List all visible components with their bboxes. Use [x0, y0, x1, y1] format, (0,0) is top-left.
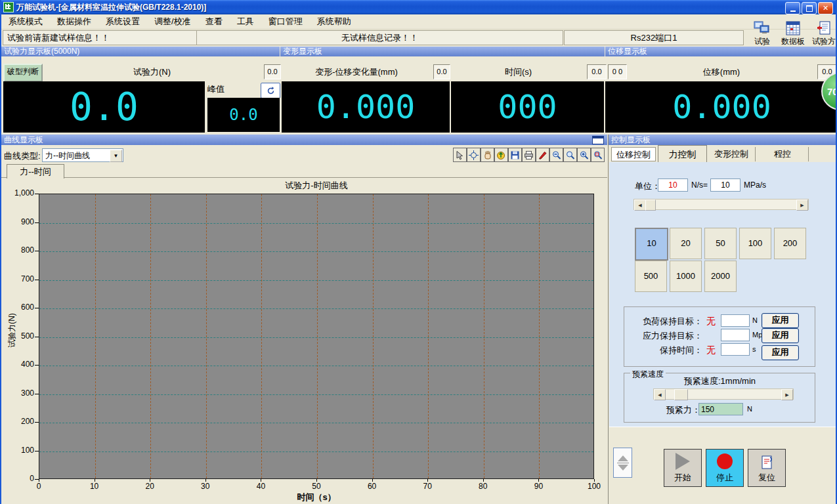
cursor-tool-button[interactable]	[453, 148, 467, 162]
preload-force-input[interactable]	[698, 403, 743, 415]
menu-window-manage[interactable]: 窗口管理	[261, 14, 310, 29]
speed-button-500[interactable]: 500	[635, 261, 667, 292]
menu-data-operation[interactable]: 数据操作	[50, 14, 98, 29]
print-tool-button[interactable]	[522, 148, 536, 162]
hold-time-label: 保持时间：	[630, 345, 702, 356]
rate-scrollbar[interactable]: ◀ ▶	[633, 199, 809, 210]
speed-button-20[interactable]: 20	[670, 228, 702, 259]
y-tick-mark	[35, 308, 39, 308]
reset-button[interactable]: 复位	[748, 449, 786, 487]
rate-equals-label: N/s=	[691, 180, 708, 190]
hold-time-apply-button[interactable]: 应用	[762, 345, 799, 360]
menu-tools[interactable]: 工具	[230, 14, 261, 29]
scroll-left-icon[interactable]: ◀	[654, 389, 666, 400]
x-tick-mark	[205, 479, 206, 482]
control-tab-strip: 位移控制 力控制 变形控制 程控	[609, 145, 837, 162]
curve-panel-title: 曲线显示板	[4, 135, 43, 144]
chevron-down-icon[interactable]: ▼	[110, 150, 122, 162]
preload-speed-caption: 预紧速度:1mm/min	[684, 375, 756, 387]
peak-refresh-button[interactable]	[261, 83, 280, 98]
scroll-right-icon[interactable]: ▶	[796, 200, 808, 211]
toolbar-databoard-button[interactable]: 数据板	[779, 20, 807, 47]
x-tick-label: 80	[473, 482, 493, 491]
hold-time-input[interactable]	[721, 343, 750, 356]
tab-program-control[interactable]: 程控	[757, 147, 809, 161]
preload-force-unit: N	[747, 405, 752, 413]
v-gridline	[484, 194, 484, 478]
stress-hold-apply-button[interactable]: 应用	[762, 328, 799, 343]
v-gridline	[150, 194, 151, 478]
chart-toolbar	[453, 148, 605, 162]
crosshair-icon	[469, 150, 479, 160]
tab-force-time-curve[interactable]: 力--时间	[7, 164, 64, 178]
x-tick-mark	[427, 479, 428, 482]
specimen-hint-box: 试验前请新建试样信息！！	[3, 30, 200, 45]
peak-label: 峰值	[207, 83, 225, 95]
load-hold-apply-button[interactable]: 应用	[762, 313, 799, 328]
zoom-out-tool-button[interactable]	[549, 148, 563, 162]
menu-system-settings[interactable]: 系统设置	[98, 14, 147, 29]
load-hold-flag: 无	[706, 316, 716, 327]
export-tool-button[interactable]	[494, 148, 508, 162]
pan-tool-button[interactable]	[481, 148, 494, 162]
restore-button[interactable]	[802, 2, 817, 14]
tab-displacement-control[interactable]: 位移控制	[611, 147, 656, 161]
tab-force-control[interactable]: 力控制	[658, 145, 707, 163]
stop-button[interactable]: 停止	[706, 449, 744, 487]
scroll-right-icon[interactable]: ▶	[781, 389, 793, 400]
crosshead-jog-button[interactable]	[613, 448, 632, 478]
time-aux-value: 0.0	[587, 64, 607, 79]
minimize-button[interactable]	[785, 2, 800, 14]
chart-plot-area[interactable]	[39, 194, 594, 479]
rate-scrollbar-thumb[interactable]	[645, 200, 656, 211]
curve-type-select[interactable]: 力--时间曲线 ▼	[42, 148, 123, 162]
close-button[interactable]: ✕	[818, 2, 833, 14]
zoom-reset-tool-button[interactable]	[591, 148, 605, 162]
speed-button-10[interactable]: 10	[635, 228, 668, 261]
speed-button-100[interactable]: 100	[739, 228, 771, 259]
arrow-up-icon	[618, 455, 628, 461]
preload-scrollbar[interactable]: ◀ ▶	[653, 388, 794, 400]
x-tick-label: 0	[29, 482, 49, 491]
menu-system-mode[interactable]: 系统模式	[1, 14, 50, 29]
menu-system-help[interactable]: 系统帮助	[310, 14, 358, 29]
load-hold-input[interactable]	[721, 314, 750, 327]
x-tick-mark	[594, 479, 595, 482]
speed-button-2000[interactable]: 2000	[704, 261, 737, 292]
save-tool-button[interactable]	[508, 148, 522, 162]
start-button[interactable]: 开始	[664, 449, 702, 487]
deform-aux-value: 0.0	[433, 64, 450, 79]
tab-deform-control[interactable]: 变形控制	[708, 147, 756, 161]
rate-mpa-input[interactable]	[710, 178, 740, 192]
speed-button-200[interactable]: 200	[774, 228, 806, 259]
y-tick-mark	[35, 222, 39, 223]
rate-n-input[interactable]	[658, 178, 688, 192]
magnifier-icon	[565, 150, 575, 160]
panel-restore-icon[interactable]	[592, 136, 604, 144]
minimize-icon	[790, 10, 796, 12]
panel-divider	[608, 135, 609, 504]
force-label: 试验力(N)	[42, 66, 262, 78]
menu-view[interactable]: 查看	[198, 14, 230, 29]
crosshair-tool-button[interactable]	[467, 148, 481, 162]
scroll-left-icon[interactable]: ◀	[634, 200, 646, 211]
zoom-tool-button[interactable]	[563, 148, 577, 162]
zoom-in-tool-button[interactable]	[577, 148, 591, 162]
y-tick-mark	[35, 194, 39, 194]
menu-adjust-calibrate[interactable]: 调整/校准	[147, 14, 198, 29]
close-icon: ✕	[823, 5, 828, 12]
restore-icon	[806, 5, 813, 12]
speed-button-50[interactable]: 50	[704, 228, 737, 259]
break-judge-button[interactable]: 破型判断	[3, 64, 43, 82]
x-tick-mark	[316, 479, 317, 482]
y-tick-mark	[35, 451, 39, 452]
stress-hold-input[interactable]	[721, 329, 750, 341]
load-hold-unit: N	[752, 316, 758, 324]
x-tick-label: 60	[362, 482, 382, 491]
annotate-tool-button[interactable]	[536, 148, 549, 162]
toolbar-test-button[interactable]: 试验	[748, 20, 777, 47]
speed-button-1000[interactable]: 1000	[670, 261, 702, 292]
arrow-down-icon	[618, 465, 628, 471]
toolbar-method-button[interactable]: 试验方法	[809, 20, 837, 47]
preload-scrollbar-thumb[interactable]	[674, 389, 688, 400]
